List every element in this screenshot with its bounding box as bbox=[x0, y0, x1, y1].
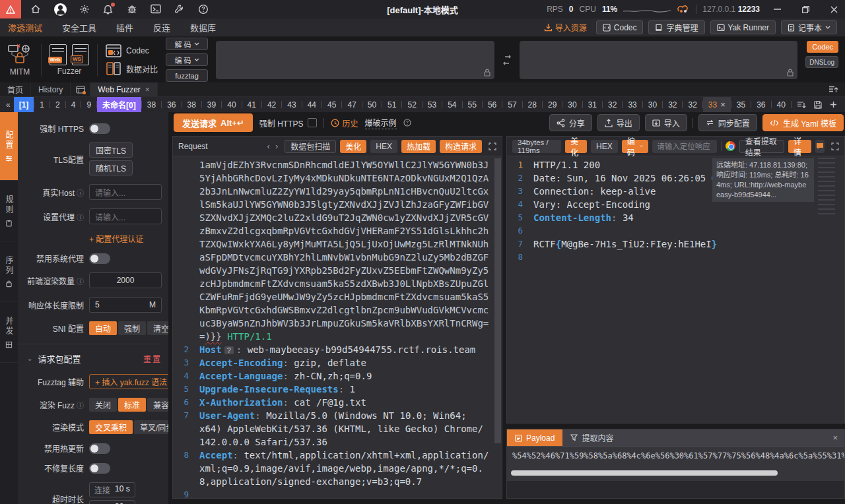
import-resource-button[interactable]: 导入资源 bbox=[544, 22, 587, 33]
detail-button[interactable]: 详 情 bbox=[788, 140, 811, 153]
fuzzer-tab[interactable]: 9 bbox=[81, 97, 96, 112]
segment-option[interactable]: 关闭 bbox=[89, 398, 117, 412]
fuzzer-tab[interactable]: 30 bbox=[562, 97, 582, 112]
close-tab-icon[interactable]: × bbox=[720, 100, 726, 110]
codec-input-textarea[interactable] bbox=[216, 41, 494, 79]
collapse-tabs-icon[interactable]: « bbox=[3, 100, 14, 110]
next-icon[interactable]: › bbox=[275, 141, 278, 151]
tab-web-fuzzer[interactable]: Web Fuzzer × bbox=[90, 82, 157, 96]
search-input[interactable] bbox=[652, 140, 717, 153]
beautify-button[interactable]: 美化 bbox=[340, 140, 366, 153]
fuzzer-tab[interactable]: 38 bbox=[142, 97, 161, 112]
history-button[interactable]: 历史 bbox=[331, 117, 358, 129]
fuzzer-tab[interactable]: 50 bbox=[362, 97, 382, 112]
fullscreen-icon[interactable] bbox=[489, 142, 496, 150]
mitm-tool[interactable]: MITM bbox=[7, 44, 33, 77]
fullscreen-icon[interactable] bbox=[831, 142, 839, 150]
request-editor[interactable]: 1amVjdEZhY3RvcnmSDnRhcmdldEJlYW5OYWllC2J… bbox=[173, 156, 502, 498]
tab-payload[interactable]: Payload bbox=[507, 429, 562, 446]
hot-reload-button[interactable]: 热加载 bbox=[401, 140, 436, 153]
fuzzer-tab[interactable]: 44 bbox=[302, 97, 321, 112]
locate-response-search[interactable] bbox=[652, 140, 717, 153]
fuzzer-tab[interactable]: 未命名[0] bbox=[97, 97, 141, 112]
fuzzer-tab[interactable]: [1] bbox=[14, 97, 34, 112]
fuzzer-tab[interactable]: 33× bbox=[703, 97, 731, 112]
chrome-icon[interactable] bbox=[726, 141, 735, 151]
fuzzer-tab[interactable]: 38 bbox=[182, 97, 201, 112]
codec-button[interactable]: Codec bbox=[596, 20, 644, 34]
segment-option[interactable]: 交叉乘积 bbox=[89, 420, 133, 434]
swap-icon[interactable] bbox=[502, 55, 512, 65]
fuzzer-tab[interactable]: 40 bbox=[222, 97, 241, 112]
save-icon[interactable] bbox=[814, 101, 822, 109]
fuzzer-tab[interactable]: 43 bbox=[282, 97, 301, 112]
yak-runner-button[interactable]: Yak Runner bbox=[710, 20, 776, 34]
menu-pentest[interactable]: 渗透测试 bbox=[8, 21, 42, 34]
payload-content-area[interactable]: %54%52%46%71%59%58%5a%68%4c%6e%56%30%61%… bbox=[507, 447, 844, 481]
menu-plugins[interactable]: 插件 bbox=[116, 21, 133, 34]
fuzzer-tab[interactable]: 28 bbox=[523, 97, 542, 112]
dnslog-button[interactable]: DNSLog bbox=[805, 56, 838, 68]
fuzzer-tab[interactable]: 36 bbox=[162, 97, 181, 112]
fuzzer-tab[interactable]: 1 bbox=[34, 97, 50, 112]
bug-risk-icon[interactable] bbox=[127, 4, 138, 15]
menu-reverse[interactable]: 反连 bbox=[153, 21, 170, 34]
close-icon[interactable] bbox=[823, 0, 845, 18]
fuzzer-tab[interactable]: 42 bbox=[792, 97, 797, 112]
settings-gear-icon[interactable] bbox=[79, 4, 90, 15]
fuzzer-tab[interactable]: 30 bbox=[643, 97, 662, 112]
sync-config-button[interactable]: 同步配置 bbox=[698, 114, 757, 131]
input-field[interactable]: 请输入... bbox=[89, 208, 162, 224]
option-button[interactable]: 随机TLS bbox=[89, 160, 133, 175]
segment-option[interactable]: 草叉/同步 bbox=[134, 420, 168, 434]
view-extract-button[interactable]: 查看提取结果 bbox=[739, 140, 784, 153]
maximize-icon[interactable] bbox=[794, 0, 817, 18]
toggle-switch[interactable] bbox=[89, 443, 110, 454]
timeout-input[interactable]: 连接10 s bbox=[89, 482, 135, 497]
tab-home[interactable]: 首页 bbox=[0, 82, 31, 96]
fuzzer-tab[interactable]: 52 bbox=[402, 97, 421, 112]
fuzzer-tab[interactable]: 40 bbox=[772, 97, 791, 112]
fuzzer-tab[interactable]: 29 bbox=[543, 97, 562, 112]
segment-option[interactable]: 兼容 bbox=[147, 398, 168, 412]
fuzzer-tab[interactable]: 33 bbox=[623, 97, 642, 112]
help-icon[interactable] bbox=[198, 4, 209, 15]
batch-operation-icon[interactable] bbox=[797, 101, 806, 109]
encode-dropdown[interactable]: 编码 bbox=[622, 140, 648, 153]
toggle-switch[interactable] bbox=[89, 123, 110, 134]
hex-button[interactable]: HEX bbox=[370, 140, 397, 153]
ws-fuzzer-icon[interactable]: WS bbox=[72, 44, 89, 65]
toggle-switch[interactable] bbox=[89, 253, 110, 264]
config-link[interactable]: + 配置代理认证 bbox=[89, 233, 143, 244]
blast-example-link[interactable]: 爆破示例 bbox=[365, 117, 397, 129]
fuzzer-tab[interactable]: 41 bbox=[242, 97, 261, 112]
segment-option[interactable]: 强制 bbox=[118, 321, 146, 335]
timeout-input[interactable]: 响应30 s bbox=[89, 500, 135, 504]
notepad-button[interactable]: 记事本 bbox=[781, 20, 837, 34]
tab-mini-grid[interactable] bbox=[71, 82, 90, 96]
terminal-icon[interactable] bbox=[151, 4, 162, 15]
sidebar-tab-序列[interactable]: 序列 bbox=[0, 241, 18, 302]
toggle-switch[interactable] bbox=[89, 463, 110, 474]
import-button[interactable]: 导入 bbox=[645, 114, 687, 131]
dict-manage-button[interactable]: 字典管理 bbox=[648, 20, 704, 34]
close-tab-icon[interactable]: × bbox=[145, 85, 150, 94]
tools-wrench-icon[interactable] bbox=[174, 4, 186, 15]
fuzzer-tab[interactable]: 39 bbox=[202, 97, 221, 112]
fuzzer-tab[interactable]: 32 bbox=[663, 97, 682, 112]
segment-option[interactable]: 自动 bbox=[89, 321, 117, 335]
prev-icon[interactable]: ‹ bbox=[267, 141, 270, 151]
encode-dropdown[interactable]: 编 码 bbox=[166, 53, 208, 66]
codec-output-textarea[interactable] bbox=[520, 41, 798, 79]
force-https-checkbox[interactable]: 强制 HTTPS bbox=[259, 117, 317, 129]
fuzzer-tab[interactable]: 2 bbox=[50, 97, 65, 112]
option-button[interactable]: 国密TLS bbox=[89, 142, 133, 158]
data-compare-tool[interactable]: 数据对比 bbox=[106, 61, 158, 76]
warning-icon[interactable] bbox=[0, 0, 21, 18]
fuzzer-tab[interactable]: 47 bbox=[342, 97, 361, 112]
fuzzer-tab[interactable]: 31 bbox=[583, 97, 602, 112]
collapse-list-icon[interactable] bbox=[828, 82, 845, 96]
sidebar-tab-配置[interactable]: 配置 bbox=[0, 112, 18, 181]
notifications-bell-icon[interactable] bbox=[103, 4, 114, 15]
fuzzer-tab[interactable]: 42 bbox=[262, 97, 281, 112]
